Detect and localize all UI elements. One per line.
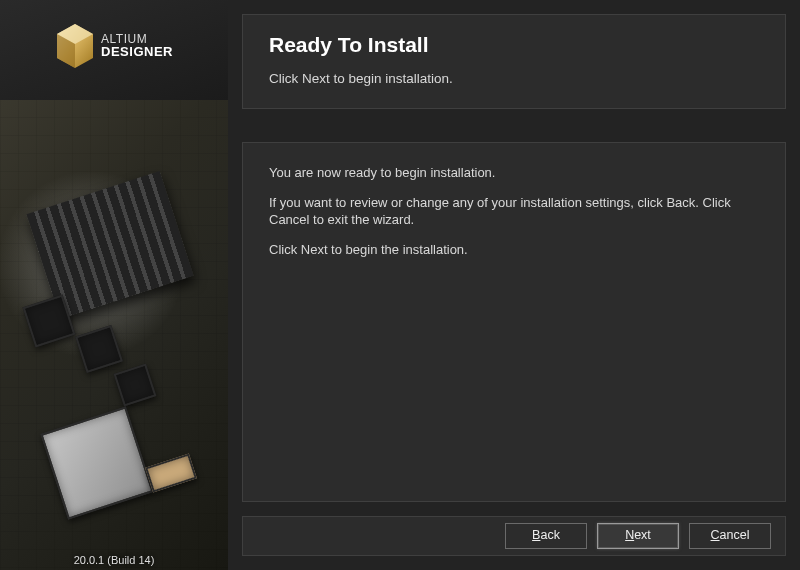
version-label: 20.0.1 (Build 14) [0, 554, 228, 566]
chip-graphic [75, 325, 123, 373]
back-button[interactable]: Back [505, 523, 587, 549]
heatsink-graphic [26, 171, 193, 319]
body-panel: You are now ready to begin installation.… [242, 142, 786, 502]
sidebar: ALTIUM DESIGNER 20.0.1 (Build 14) [0, 0, 228, 570]
chip-graphic [114, 364, 157, 407]
page-subtitle: Click Next to begin installation. [269, 71, 759, 86]
footer-panel: Back Next Cancel [242, 516, 786, 556]
cpu-graphic [40, 406, 153, 519]
brand-logo-area: ALTIUM DESIGNER [0, 22, 228, 70]
body-paragraph: Click Next to begin the installation. [269, 242, 759, 258]
next-button[interactable]: Next [597, 523, 679, 549]
body-paragraph: You are now ready to begin installation. [269, 165, 759, 181]
capacitor-graphic [145, 454, 197, 493]
main-content: Ready To Install Click Next to begin ins… [228, 0, 800, 570]
header-panel: Ready To Install Click Next to begin ins… [242, 14, 786, 109]
motherboard-background [0, 100, 228, 570]
cancel-button[interactable]: Cancel [689, 523, 771, 549]
brand-bottom: DESIGNER [101, 45, 173, 59]
brand-hexagon-icon [55, 22, 95, 70]
page-title: Ready To Install [269, 33, 759, 57]
body-paragraph: If you want to review or change any of y… [269, 195, 759, 228]
brand-text: ALTIUM DESIGNER [101, 33, 173, 59]
